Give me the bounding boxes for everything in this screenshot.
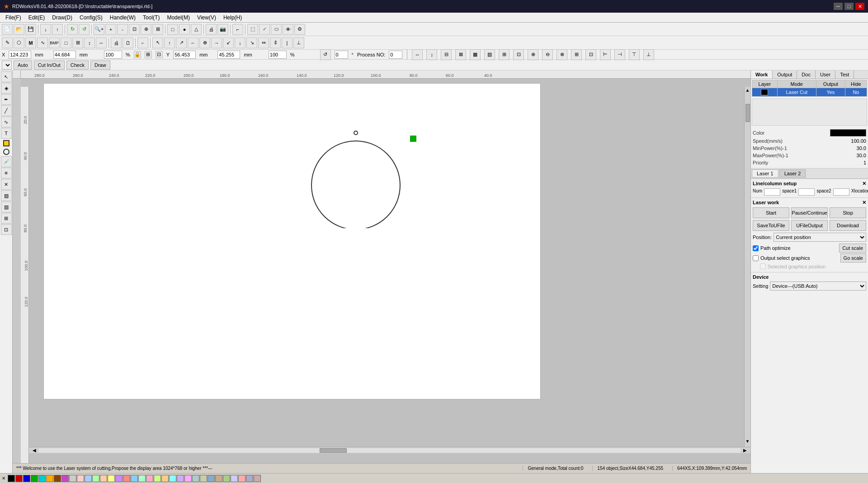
color-sand[interactable] <box>215 475 222 482</box>
align-t[interactable]: | <box>282 38 292 48</box>
align-br[interactable]: ↘ <box>246 38 257 48</box>
intersect[interactable]: ⊗ <box>557 49 567 60</box>
tool-pen[interactable]: ✎ <box>2 38 13 48</box>
lc-space2-input[interactable] <box>833 188 849 196</box>
lt-bezier[interactable]: ∿ <box>1 117 12 127</box>
h-scrollbar[interactable]: ◀ ▶ <box>29 447 750 453</box>
color-black[interactable] <box>8 475 15 482</box>
align-bc[interactable]: ↓ <box>235 38 245 48</box>
w-input[interactable] <box>53 51 76 59</box>
color-salmon[interactable] <box>123 475 130 482</box>
canvas-area[interactable]: 280.0 260.0 240.0 220.0 200.0 180.0 160.… <box>13 70 750 473</box>
lt-close[interactable]: ✕ <box>1 179 12 190</box>
h-input[interactable] <box>217 51 240 59</box>
degree-input[interactable] <box>335 51 348 59</box>
tool-node[interactable]: ⬡ <box>14 38 24 48</box>
drawing-canvas[interactable] <box>43 83 541 399</box>
zoom-fit-button[interactable]: ⊡ <box>129 24 140 35</box>
color-value-box[interactable] <box>830 129 866 136</box>
print-button[interactable]: 🖨 <box>206 24 217 35</box>
select-button[interactable]: ⬚ <box>247 24 258 35</box>
tool-camera2[interactable]: 🗋 <box>123 38 133 48</box>
scroll-track-h[interactable] <box>39 448 741 453</box>
color-yellow[interactable] <box>108 475 115 482</box>
camera-button[interactable]: 📷 <box>217 24 228 35</box>
align-h[interactable]: ⇔ <box>258 38 269 48</box>
align-mr[interactable]: → <box>211 38 222 48</box>
color-peach[interactable] <box>100 475 107 482</box>
color-khaki[interactable] <box>200 475 207 482</box>
save-button[interactable]: 💾 <box>25 24 36 35</box>
tool-curve[interactable]: ∿ <box>37 38 48 48</box>
align-tr[interactable]: ↗ <box>176 38 187 48</box>
scale-input[interactable] <box>104 51 122 59</box>
lt-grid2[interactable]: ⊡ <box>1 224 12 235</box>
lc-num-input[interactable] <box>764 188 780 196</box>
grid-button[interactable]: ⊞ <box>145 51 152 58</box>
menu-config[interactable]: Config(S) <box>76 14 106 22</box>
dot-tool[interactable]: ● <box>179 24 190 35</box>
start-button[interactable]: Start <box>753 207 789 218</box>
flip-h[interactable]: ↔ <box>412 49 423 60</box>
color-steel-blue[interactable] <box>208 475 215 482</box>
color-magenta-light[interactable] <box>184 475 192 482</box>
tab-output[interactable]: Output <box>773 70 797 79</box>
menu-tool[interactable]: Tool(T) <box>139 14 163 22</box>
lt-grid[interactable]: ⊞ <box>1 213 12 224</box>
align-mc[interactable]: ⊕ <box>199 38 210 48</box>
open-button[interactable]: 📂 <box>14 24 24 35</box>
group[interactable]: ▦ <box>470 49 481 60</box>
green-selection-handle[interactable] <box>410 136 416 142</box>
align-bl[interactable]: ↙ <box>223 38 234 48</box>
line-col-close[interactable]: ✕ <box>862 181 866 187</box>
cut-scale-button[interactable]: Cut scale <box>839 244 866 253</box>
zoom-out-button[interactable]: - <box>117 24 128 35</box>
color-brown[interactable] <box>54 475 61 482</box>
path-optimize-checkbox[interactable] <box>753 245 759 251</box>
tool-tbl[interactable]: ⊞ <box>72 38 83 48</box>
check-button[interactable]: ✓ <box>259 24 270 35</box>
dist-h[interactable]: ⊟ <box>441 49 452 60</box>
poly-tool[interactable]: △ <box>191 24 202 35</box>
color-lavender[interactable] <box>115 475 123 482</box>
color-red[interactable] <box>15 475 23 482</box>
refresh2-button[interactable]: ↺ <box>79 24 90 35</box>
combine[interactable]: ⊞ <box>499 49 509 60</box>
grid2-button[interactable]: ⊡ <box>156 51 163 58</box>
close-button[interactable]: ✕ <box>855 3 864 10</box>
refresh-button[interactable]: ↻ <box>67 24 78 35</box>
check-button2[interactable]: Check <box>66 61 89 70</box>
color-x[interactable]: ✕ <box>2 476 5 481</box>
align-v[interactable]: ⇕ <box>270 38 281 48</box>
scroll-thumb-h[interactable] <box>320 448 347 453</box>
zoom-in-button[interactable]: 🔍+ <box>94 24 104 35</box>
align-tl[interactable]: ↖ <box>152 38 163 48</box>
color-blue[interactable] <box>23 475 30 482</box>
break[interactable]: ⊡ <box>513 49 524 60</box>
layer-row-0[interactable]: Laser Cut Yes No <box>752 88 867 97</box>
color-periwinkle[interactable] <box>177 475 184 482</box>
gear-button[interactable]: ⚙ <box>294 24 305 35</box>
align-ml[interactable]: ← <box>188 38 198 48</box>
color-tan[interactable] <box>161 475 169 482</box>
tab-user[interactable]: User <box>816 70 835 79</box>
tool-rect[interactable]: □ <box>61 38 71 48</box>
color-lightgray[interactable] <box>69 475 76 482</box>
save-to-ufile-button[interactable]: SaveToUFile <box>753 220 789 231</box>
lt-line[interactable]: ╱ <box>1 105 12 116</box>
lc-space1-input[interactable] <box>798 188 815 196</box>
device-select[interactable]: Device---(USB:Auto) <box>770 281 866 291</box>
maximize-button[interactable]: □ <box>844 3 854 10</box>
laser-work-close[interactable]: ✕ <box>862 200 866 206</box>
auto-button[interactable]: Auto <box>14 61 32 70</box>
align-top2[interactable]: ⊤ <box>629 49 640 60</box>
tool-m[interactable]: M <box>25 38 36 48</box>
color-lightblue[interactable] <box>85 475 92 482</box>
minimize-button[interactable]: ─ <box>834 3 843 10</box>
y-input[interactable] <box>173 51 196 59</box>
menu-handle[interactable]: Handle(W) <box>106 14 139 22</box>
tool-arrow2[interactable]: ↔ <box>96 38 107 48</box>
scroll-thumb-v[interactable] <box>745 104 750 122</box>
color-slate[interactable] <box>246 475 253 482</box>
laser2-tab[interactable]: Laser 2 <box>779 169 806 178</box>
